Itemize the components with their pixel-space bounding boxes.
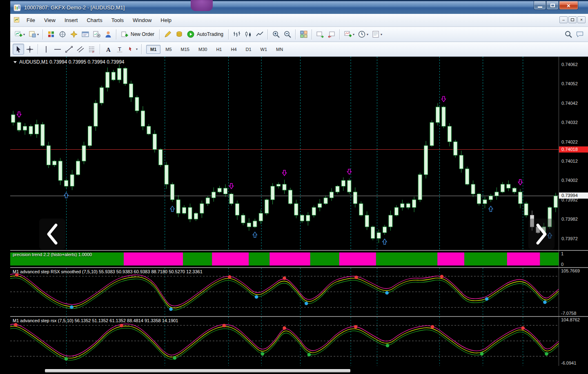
candlestick-chart-button[interactable] [243,29,254,40]
symbol-dropdown-icon[interactable] [13,61,17,63]
toolbar-separator [116,29,117,40]
timeframe-m30[interactable]: M30 [194,45,211,54]
menu-insert[interactable]: Insert [60,15,82,25]
candlestick-chart-icon [244,30,252,38]
templates-button[interactable]: ▾ [370,29,384,40]
timeframe-m5[interactable]: M5 [161,45,176,54]
text-label-button[interactable]: T [114,44,125,55]
zoom-in-button[interactable] [270,29,282,40]
rsx-label: M1 advanced step rsx (7,5,10) 56.1352 51… [13,318,178,323]
main-chart[interactable]: AUDUSD,M1 0.73994 0.73995 0.73994 0.7399… [10,57,559,250]
toolbar-separator [141,44,142,54]
menu-help[interactable]: Help [156,15,176,25]
strategy-tester-button[interactable] [91,29,102,40]
price-tick: 0.74012 [561,159,578,164]
toolbar-separator [159,29,160,40]
rsx-smoothed-label: M1 advanced step RSX smoothed (7,5,10) 5… [13,269,203,274]
navigator-button[interactable] [68,29,80,40]
new-chart-icon [14,30,22,38]
price-tick: 0.74062 [561,62,578,67]
timeframe-h1[interactable]: H1 [212,45,226,54]
toolbar-separator [100,44,100,54]
crosshair-button[interactable] [24,44,36,55]
menu-file[interactable]: File [22,15,40,25]
profiles-button[interactable]: ▾ [27,29,40,40]
scale-min: -6.0941 [561,361,576,365]
scale-min: -7.0758 [561,311,576,316]
mdi-close-button[interactable]: × [577,16,586,23]
timeframe-d1[interactable]: D1 [242,45,256,54]
search-button[interactable] [563,29,574,40]
data-window-button[interactable] [57,29,68,40]
rsx-pane[interactable]: M1 advanced step rsx (7,5,10) 56.1352 51… [10,317,559,366]
prev-chevron-button[interactable] [39,219,65,250]
market-depth-button[interactable] [174,29,185,40]
price-scale[interactable]: 0.740620.740520.740420.740320.740220.740… [559,57,588,250]
horizontal-line-button[interactable] [52,44,63,55]
equidistant-channel-button[interactable] [75,44,86,55]
maximize-button[interactable] [546,1,559,10]
minimize-button[interactable] [534,1,546,10]
scale-max: 105.7669 [561,268,580,273]
mdi-restore-button[interactable] [568,16,577,23]
rsx-smoothed-scale[interactable]: 105.7669 -7.0758 [559,268,588,316]
line-chart-button[interactable] [254,29,265,40]
titlebar[interactable]: 10007807: GKFX-Demo-2 - [AUDUSD,M1] × [10,0,588,14]
auto-scroll-button[interactable] [314,29,326,40]
menu-view[interactable]: View [40,15,60,25]
terminal-button[interactable] [80,29,91,40]
menu-charts[interactable]: Charts [82,15,107,25]
timeframe-m1[interactable]: M1 [146,45,160,54]
timeframe-w1[interactable]: W1 [256,45,272,54]
price-tick: 0.74032 [561,120,578,125]
auto-scroll-icon [316,30,324,38]
timeframe-m15[interactable]: M15 [177,45,194,54]
rsx-scale[interactable]: 104.8762 -6.0941 [559,317,588,366]
autotrading-button[interactable]: AutoTrading [185,29,226,40]
time-axis-strip [10,366,588,374]
text-button[interactable]: A [102,44,114,55]
price-tick: 0.74042 [561,101,578,106]
menu-window[interactable]: Window [128,15,156,25]
close-button[interactable]: × [559,1,578,10]
cursor-button[interactable] [13,44,24,55]
rsx-smoothed-pane[interactable]: M1 advanced step RSX smoothed (7,5,10) 5… [10,268,559,316]
periods-icon [358,30,366,38]
chart-shift-button[interactable] [326,29,337,40]
drawing-tools: FAT▾ [13,44,144,55]
symbol-ohlc-label: AUDUSD,M1 0.73994 0.73995 0.73994 0.7399… [13,59,125,65]
precision-trend-pane[interactable]: precision trend 2.2 (histo+alerts) 1.000… [10,251,559,267]
metaeditor-button[interactable] [162,29,174,40]
bar-chart-icon [233,30,241,38]
timeframe-mn[interactable]: MN [272,45,287,54]
community-button[interactable] [102,29,114,40]
fibonacci-retracement-button[interactable]: F [86,44,98,55]
chat-button[interactable] [574,29,586,40]
tile-windows-icon [300,30,308,38]
trendline-button[interactable] [63,44,75,55]
mdi-window-controls: – × [559,16,586,23]
bar-chart-button[interactable] [231,29,243,40]
toolbar-separator [339,29,340,40]
market-depth-icon [175,30,183,38]
text-icon: A [104,45,112,53]
tile-windows-button[interactable] [298,29,310,40]
toolbar-separator [267,29,268,40]
cursor-icon [14,45,22,53]
arrows-tool-button[interactable]: ▾ [125,44,139,55]
timeframe-h4[interactable]: H4 [227,45,241,54]
menu-tools[interactable]: Tools [107,15,128,25]
mdi-minimize-button[interactable]: – [559,16,568,23]
market-watch-button[interactable] [45,29,57,40]
mt4-window: 10007807: GKFX-Demo-2 - [AUDUSD,M1] × Fi… [10,0,588,374]
new-chart-button[interactable]: ▾ [13,29,27,40]
precision-trend-scale[interactable]: 1 0 [559,251,588,267]
symbol-ohlc-text: AUDUSD,M1 0.73994 0.73995 0.73994 0.7399… [19,59,125,65]
new-order-button[interactable]: New Order [119,29,157,40]
periods-button[interactable]: ▾ [356,29,370,40]
zoom-out-button[interactable] [282,29,293,40]
vertical-line-button[interactable] [40,44,52,55]
indicators-button[interactable]: ▾ [342,29,356,40]
dropdown-arrow-icon: ▾ [381,33,382,36]
next-chevron-button[interactable] [528,219,555,250]
